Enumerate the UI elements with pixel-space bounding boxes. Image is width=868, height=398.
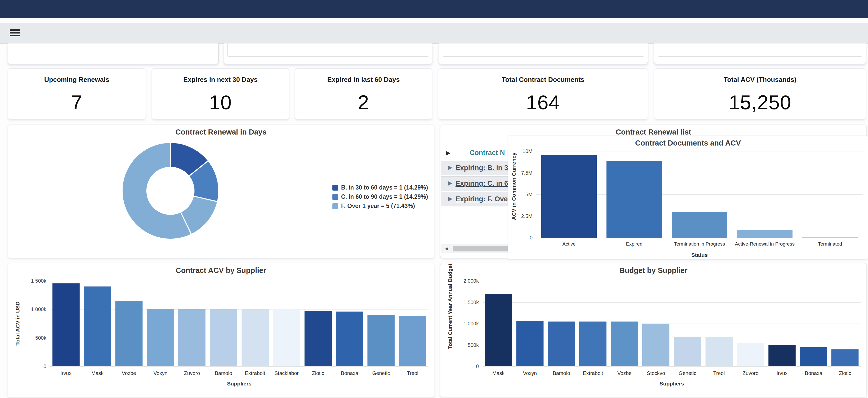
renewal-group-link[interactable]: Expiring: F. Over <box>456 195 510 203</box>
scroll-left-arrow-icon[interactable]: ◀ <box>442 245 451 252</box>
expand-triangle-icon[interactable]: ▶ <box>448 180 453 187</box>
y-axis-tick-label: 2 000k <box>451 278 479 284</box>
y-axis-tick-label: 0 <box>18 363 46 369</box>
x-axis-category-label: Zuvoro <box>735 370 766 376</box>
legend-label: F. Over 1 year = 5 (71.43%) <box>341 203 415 209</box>
donut-slice-divider <box>170 160 209 191</box>
expand-triangle-icon[interactable]: ▶ <box>446 150 451 156</box>
bar-genetic[interactable] <box>368 315 395 366</box>
bar-bamolo[interactable] <box>210 309 237 366</box>
x-axis-category-label: Voxyn <box>145 370 176 376</box>
x-axis-category-label: Mask <box>82 370 113 376</box>
renewal-group-link[interactable]: Expiring: B. in 30 <box>456 164 512 172</box>
kpi-card-total-acv: Total ACV (Thousands) 15,250 <box>654 68 866 120</box>
bar-stockvo[interactable] <box>642 324 670 366</box>
bar-terminated[interactable] <box>802 237 858 238</box>
x-axis-category-label: Bonaxa <box>334 370 365 376</box>
bar-extrabolt[interactable] <box>242 309 269 366</box>
bar-vozbe[interactable] <box>116 301 143 366</box>
x-axis-category-label: Ziotic <box>302 370 334 376</box>
legend-swatch <box>333 194 338 200</box>
x-axis-category-label: Termination in Progress <box>667 241 732 247</box>
bar-bonaxa[interactable] <box>336 311 363 366</box>
kpi-card-upcoming-renewals: Upcoming Renewals 7 <box>8 68 146 120</box>
bar-voxyn[interactable] <box>147 309 174 366</box>
renewal-days-donut[interactable] <box>123 143 218 239</box>
filter-input-box[interactable] <box>443 43 644 57</box>
legend-item: F. Over 1 year = 5 (71.43%) <box>333 203 428 209</box>
y-axis-tick-label: 1 500k <box>451 300 479 305</box>
x-axis-title: Suppliers <box>50 380 428 387</box>
x-axis-category-label: Extrabolt <box>239 370 271 376</box>
contract-renewal-in-days-panel: Contract Renewal in Days B. in 30 to 60 … <box>8 125 434 258</box>
toolbar <box>0 23 868 44</box>
bar-termination-in-progress[interactable] <box>672 212 727 238</box>
chart-title: Contract ACV by Supplier <box>8 266 434 275</box>
x-axis-title: Suppliers <box>483 380 861 387</box>
gridline <box>483 366 861 367</box>
contract-documents-and-acv-panel: Contract Documents and ACV 02.5M5M7.5M10… <box>508 136 868 259</box>
kpi-value: 164 <box>438 91 648 114</box>
bar-active[interactable] <box>541 155 597 238</box>
x-axis-title: Status <box>536 252 863 258</box>
kpi-value: 7 <box>8 91 146 114</box>
hamburger-menu-icon[interactable] <box>10 29 20 37</box>
donut-legend: B. in 30 to 60 days = 1 (14.29%)C. in 60… <box>333 184 428 212</box>
legend-swatch <box>333 203 338 209</box>
bar-active-renewal-in-progress[interactable] <box>737 230 793 238</box>
bar-expired[interactable] <box>607 161 662 238</box>
bar-bamolo[interactable] <box>548 322 575 366</box>
bar-treol[interactable] <box>706 337 733 366</box>
kpi-label: Total Contract Documents <box>438 76 648 84</box>
x-axis-category-label: Bamolo <box>546 370 577 376</box>
filter-input-box[interactable] <box>227 43 428 57</box>
bar-treol[interactable] <box>399 316 426 366</box>
x-axis-category-label: Extrabolt <box>577 370 609 376</box>
expand-triangle-icon[interactable]: ▶ <box>448 195 453 202</box>
x-axis-category-label: Treol <box>397 370 428 376</box>
y-axis-tick-label: 1 000k <box>451 321 479 327</box>
x-axis-category-label: Irvux <box>50 370 82 376</box>
bar-mask[interactable] <box>84 287 111 366</box>
bar-zuvoro[interactable] <box>737 343 764 366</box>
renewal-group-link[interactable]: Expiring: C. in 60 <box>456 179 512 188</box>
bar-vozbe[interactable] <box>611 322 638 366</box>
expand-triangle-icon[interactable]: ▶ <box>448 164 453 171</box>
bar-stacklabor[interactable] <box>273 309 300 366</box>
donut-slice-divider <box>170 191 192 234</box>
bar-ziotic[interactable] <box>831 350 859 366</box>
kpi-value: 15,250 <box>654 91 866 114</box>
x-axis-category-label: Zuvoro <box>176 370 208 376</box>
kpi-card-expired-60-days: Expired in last 60 Days 2 <box>295 68 432 120</box>
y-axis-tick-label: 500k <box>451 342 479 348</box>
kpi-label: Total ACV (Thousands) <box>654 76 866 84</box>
y-axis-title: Total Current Year Annual Budget <box>447 298 453 349</box>
bar-zuvoro[interactable] <box>178 309 206 366</box>
bar-irvux[interactable] <box>769 345 796 367</box>
chart-title: Contract Renewal in Days <box>8 128 434 136</box>
kpi-card-expires-30-days: Expires in next 30 Days 10 <box>152 68 289 120</box>
bar-ziotic[interactable] <box>305 311 332 366</box>
x-axis-category-label: Genetic <box>365 370 397 376</box>
legend-label: B. in 30 to 60 days = 1 (14.29%) <box>341 184 428 191</box>
donut-slice-divider <box>170 190 218 202</box>
x-axis-category-label: Vozbe <box>609 370 640 376</box>
column-header-contract-name[interactable]: Contract N <box>470 149 505 157</box>
donut-slice-divider <box>170 143 171 191</box>
filter-input-box[interactable] <box>658 43 862 57</box>
bar-genetic[interactable] <box>674 337 701 366</box>
y-axis-tick-label: 1 500k <box>18 278 46 284</box>
bar-extrabolt[interactable] <box>579 322 607 366</box>
x-axis-category-label: Terminated <box>797 241 863 247</box>
bar-irvux[interactable] <box>53 284 80 366</box>
bar-mask[interactable] <box>485 294 512 366</box>
bar-bonaxa[interactable] <box>800 347 827 366</box>
bar-voxyn[interactable] <box>517 321 544 366</box>
legend-label: C. in 60 to 90 days = 1 (14.29%) <box>341 193 428 200</box>
y-axis-tick-label: 1 000k <box>18 306 46 312</box>
legend-swatch <box>333 185 338 191</box>
y-axis-tick-label: 2.5M <box>504 213 532 219</box>
partial-card-3 <box>439 43 648 64</box>
y-axis-tick-label: 10M <box>504 148 532 154</box>
y-axis-tick-label: 7.5M <box>504 170 532 176</box>
